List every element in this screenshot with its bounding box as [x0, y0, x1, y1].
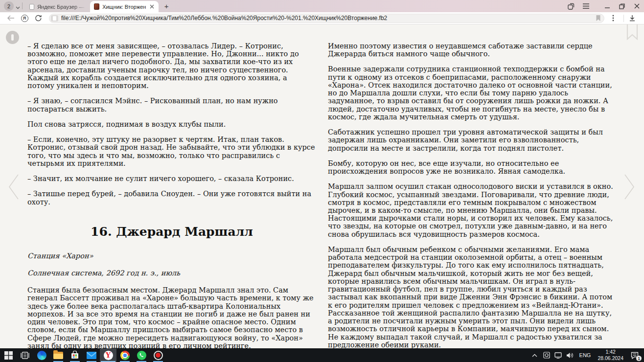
tab-book-active[interactable]: Хищник: Вторжение - Т	[90, 1, 159, 12]
back-icon[interactable]	[5, 13, 17, 23]
volume-icon[interactable]	[565, 348, 575, 362]
yandex-browser-icon[interactable]: Y	[100, 348, 116, 362]
book-paragraph: – Я знаю, – согласился Мэйнс. – Рискован…	[27, 97, 316, 113]
previous-page-icon[interactable]	[8, 174, 20, 200]
edge-icon[interactable]	[33, 348, 50, 362]
keyboard-language[interactable]: ENG	[576, 352, 594, 358]
clock[interactable]: 1:42 28.06.2024	[595, 349, 626, 361]
system-tray: ENG 1:42 28.06.2024 1	[529, 348, 644, 362]
screen-recorder-icon[interactable]	[150, 348, 166, 362]
action-center-icon[interactable]: 1	[627, 348, 642, 362]
tab-yandex-start[interactable]: Яндекс Браузер — Выраж	[25, 1, 90, 12]
tab-counter-dropdown-icon[interactable]	[16, 6, 20, 9]
tab-count: 2	[7, 3, 10, 9]
url-input[interactable]: file:///E:/Чужой%20против%20Хищника/Тим%…	[49, 14, 604, 23]
bookmark-flag-icon[interactable]	[596, 15, 601, 22]
start-button[interactable]	[0, 348, 17, 362]
window-close-button[interactable]	[629, 0, 644, 12]
task-view-button[interactable]	[17, 348, 33, 362]
url-more-menu-icon[interactable]	[607, 13, 619, 23]
next-page-icon[interactable]	[623, 174, 635, 200]
file-page-icon	[51, 15, 58, 22]
book-paragraph: Военные задержали сотрудника станционной…	[328, 65, 617, 121]
tabbar-divider	[22, 2, 23, 9]
book-paragraph: Бомбу, которую он нес, все еще изучали, …	[328, 159, 617, 175]
book-paragraph: – Затишье перед бурей, – добавила Сноуде…	[27, 190, 316, 205]
page-favicon	[29, 4, 34, 10]
window-minimize-button[interactable]	[600, 0, 615, 12]
book-paragraph: – Я сделаю все от меня зависящее, – отоз…	[27, 42, 316, 90]
reader-control-icon[interactable]	[6, 31, 19, 44]
tab-title: Яндекс Браузер — Выраж	[37, 4, 86, 10]
tab-close-icon[interactable]	[149, 4, 155, 10]
windows-taskbar: Y ENG 1:42 28.06.2024	[0, 348, 644, 362]
two-column-text: – Я сделаю все от меня зависящее, – отоз…	[0, 24, 644, 348]
network-icon[interactable]	[553, 348, 564, 362]
chapter-heading: 16. Джерард Маршалл	[27, 225, 316, 239]
left-column: – Я сделаю все от меня зависящее, – отоз…	[27, 42, 316, 348]
downloads-icon[interactable]	[626, 13, 638, 23]
microsoft-store-icon[interactable]	[67, 348, 83, 362]
book-paragraph: Станция была безопасным местом. Джерард …	[27, 286, 316, 348]
browser-menu-icon[interactable]	[578, 0, 593, 12]
tray-date: 28.06.2024	[598, 355, 623, 362]
book-paragraph: Пол снова затрясся, поднимая в воздух кл…	[27, 120, 316, 128]
addressbar-divider	[623, 15, 624, 22]
book-paragraph: Саботажник успешно прошел три уровня авт…	[328, 128, 617, 152]
book-paragraph: – Если, конечно, эту штуку не разорвет к…	[27, 136, 316, 167]
refresh-icon[interactable]	[32, 13, 44, 23]
yandex-services-icon[interactable]: Я	[19, 13, 30, 23]
address-bar: Я file:///E:/Чужой%20против%20Хищника/Ти…	[0, 12, 644, 24]
book-paragraph: Маршалл залпом осушил стакан односолодов…	[328, 182, 617, 238]
right-column: Именно поэтому известия о неудавшемся са…	[328, 42, 617, 348]
bookmark-ribbon-icon[interactable]	[626, 24, 638, 40]
tray-time: 1:42	[598, 349, 623, 355]
tray-expand-icon[interactable]	[529, 348, 540, 362]
book-paragraph: – Значит, их молчание не сулит ничего хо…	[27, 175, 316, 182]
url-text: file:///E:/Чужой%20против%20Хищника/Тим%…	[61, 15, 596, 22]
whatsapp-icon[interactable]	[133, 348, 150, 362]
window-restore-button[interactable]	[615, 0, 629, 12]
notification-badge: 1	[636, 356, 642, 361]
tray-utility-icon[interactable]	[541, 348, 552, 362]
new-tab-button[interactable]: +	[161, 1, 171, 11]
tab-counter-button[interactable]: 2	[4, 1, 14, 11]
tabs-panel-icon[interactable]	[564, 0, 578, 12]
book-reader-page: – Я сделаю все от меня зависящее, – отоз…	[0, 24, 644, 348]
book-favicon	[94, 3, 99, 10]
right-paragraphs: Именно поэтому известия о неудавшемся са…	[328, 42, 617, 348]
book-paragraph: Маршалл был обычным ребенком с обычными …	[328, 246, 617, 348]
chrome-icon[interactable]	[116, 348, 133, 362]
chapter-subtitles: Станция «Харон»Солнечная система, 2692 г…	[27, 252, 316, 277]
file-explorer-icon[interactable]	[50, 348, 67, 362]
chapter-subtitle: Солнечная система, 2692 год н. э., июль	[27, 269, 316, 277]
chapter-subtitle: Станция «Харон»	[27, 252, 316, 260]
left-paragraphs-top: – Я сделаю все от меня зависящее, – отоз…	[27, 42, 316, 206]
mail-icon[interactable]	[83, 348, 100, 362]
tab-bar: 2 Яндекс Браузер — Выраж Хищник: Вторжен…	[0, 0, 644, 12]
tab-title: Хищник: Вторжение - Т	[102, 4, 146, 10]
book-paragraph: Именно поэтому известия о неудавшемся са…	[328, 42, 617, 58]
left-paragraphs-bottom: Станция была безопасным местом. Джерард …	[27, 286, 316, 348]
browser-window: 2 Яндекс Браузер — Выраж Хищник: Вторжен…	[0, 0, 644, 362]
